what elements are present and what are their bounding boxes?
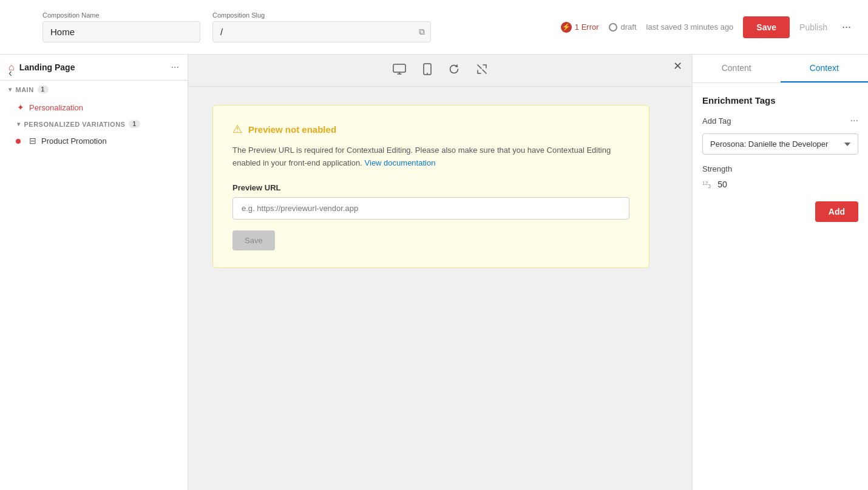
draft-label: draft xyxy=(621,22,637,32)
sidebar-more-button[interactable]: ··· xyxy=(171,62,179,73)
composition-name-input[interactable] xyxy=(42,21,200,42)
warning-icon: ⚠ xyxy=(232,122,242,136)
add-tag-more-button[interactable]: ··· xyxy=(850,115,858,126)
last-saved-text: last saved 3 minutes ago xyxy=(646,22,734,32)
composition-name-label: Composition Name xyxy=(42,12,200,19)
variations-chevron-icon: ▾ xyxy=(17,121,21,127)
topbar-right: ⚡ 1 Error draft last saved 3 minutes ago… xyxy=(561,16,856,38)
slug-input-wrapper: ⧉ xyxy=(212,21,431,42)
preview-url-label: Preview URL xyxy=(232,183,629,192)
svg-point-3 xyxy=(427,73,428,74)
more-options-button[interactable]: ··· xyxy=(837,18,856,36)
preview-save-button[interactable]: Save xyxy=(232,230,275,250)
tab-content[interactable]: Content xyxy=(693,55,781,82)
main-section-header: ▾ MAIN 1 xyxy=(0,81,188,98)
back-button[interactable]: ‹ xyxy=(8,67,12,79)
preview-card-title-text: Preview not enabled xyxy=(248,124,336,135)
add-tag-row: Add Tag ··· xyxy=(702,115,858,126)
save-button[interactable]: Save xyxy=(743,16,790,38)
preview-card-description: The Preview URL is required for Contextu… xyxy=(232,144,629,170)
sidebar: ⌂ Landing Page ··· ▾ MAIN 1 ✦ Personaliz… xyxy=(0,55,188,490)
copy-icon[interactable]: ⧉ xyxy=(419,27,425,37)
sidebar-item-product-promotion[interactable]: ⊟ Product Promotion xyxy=(0,132,188,150)
product-icon: ⊟ xyxy=(29,136,36,146)
main-layout: ⌂ Landing Page ··· ▾ MAIN 1 ✦ Personaliz… xyxy=(0,55,868,490)
add-button[interactable]: Add xyxy=(815,201,858,222)
add-tag-label: Add Tag xyxy=(702,116,731,126)
topbar-left: Composition Name Composition Slug ⧉ xyxy=(0,12,561,42)
sidebar-item-personalization[interactable]: ✦ Personalization xyxy=(0,98,188,116)
close-preview-button[interactable]: ✕ xyxy=(673,59,682,73)
main-section-badge: 1 xyxy=(38,86,49,93)
svg-rect-1 xyxy=(393,64,405,72)
right-panel: Content Context Enrichment Tags Add Tag … xyxy=(692,55,868,490)
tab-context[interactable]: Context xyxy=(781,55,869,82)
sidebar-header: ⌂ Landing Page ··· xyxy=(0,55,188,81)
sidebar-title-row: ⌂ Landing Page xyxy=(8,62,75,73)
draft-circle-icon xyxy=(609,23,617,32)
strength-label: Strength xyxy=(702,164,858,173)
variations-badge: 1 xyxy=(129,120,140,128)
strength-icon: ¹²₃ xyxy=(702,180,711,189)
active-indicator xyxy=(16,136,21,146)
svg-point-0 xyxy=(16,139,21,144)
sidebar-title: Landing Page xyxy=(19,62,75,72)
error-text: 1 Error xyxy=(575,22,599,32)
topbar: ‹ Composition Name Composition Slug ⧉ ⚡ … xyxy=(0,0,868,55)
refresh-button[interactable] xyxy=(445,61,463,79)
desktop-view-button[interactable] xyxy=(389,61,410,79)
publish-button[interactable]: Publish xyxy=(799,22,827,32)
composition-slug-label: Composition Slug xyxy=(212,12,431,19)
personalization-icon: ✦ xyxy=(17,102,24,112)
right-tabs: Content Context xyxy=(693,55,868,83)
product-promotion-label: Product Promotion xyxy=(41,136,107,146)
error-badge: ⚡ 1 Error xyxy=(561,22,599,33)
preview-not-enabled-card: ⚠ Preview not enabled The Preview URL is… xyxy=(212,105,649,268)
error-icon: ⚡ xyxy=(561,22,572,33)
strength-row: ¹²₃ 50 xyxy=(702,180,858,189)
right-panel-content: Enrichment Tags Add Tag ··· Perosona: Da… xyxy=(693,83,868,490)
preview-card-title: ⚠ Preview not enabled xyxy=(232,122,629,136)
variations-section-header: ▾ PERSONALIZED VARIATIONS 1 xyxy=(0,116,188,132)
main-chevron-icon: ▾ xyxy=(8,86,12,93)
main-section-label: MAIN xyxy=(16,86,34,93)
composition-name-field: Composition Name xyxy=(42,12,200,42)
strength-value: 50 xyxy=(717,180,727,189)
view-documentation-link[interactable]: View documentation xyxy=(365,158,436,167)
center-panel: ✕ ⚠ Preview not enabled The Preview URL … xyxy=(188,55,692,490)
enrichment-tags-title: Enrichment Tags xyxy=(702,95,858,106)
preview-url-input[interactable] xyxy=(232,197,629,220)
tablet-view-button[interactable] xyxy=(419,61,435,80)
preview-toolbar: ✕ xyxy=(188,55,692,87)
preview-content: ⚠ Preview not enabled The Preview URL is… xyxy=(188,87,692,490)
expand-button[interactable] xyxy=(473,61,491,79)
personalization-label: Personalization xyxy=(29,103,83,112)
variations-label: PERSONALIZED VARIATIONS xyxy=(24,121,126,128)
composition-slug-input[interactable] xyxy=(212,21,431,42)
draft-badge: draft xyxy=(609,22,637,32)
persona-select[interactable]: Perosona: Danielle the Developer Peroson… xyxy=(702,133,858,155)
composition-slug-field: Composition Slug ⧉ xyxy=(212,12,431,42)
